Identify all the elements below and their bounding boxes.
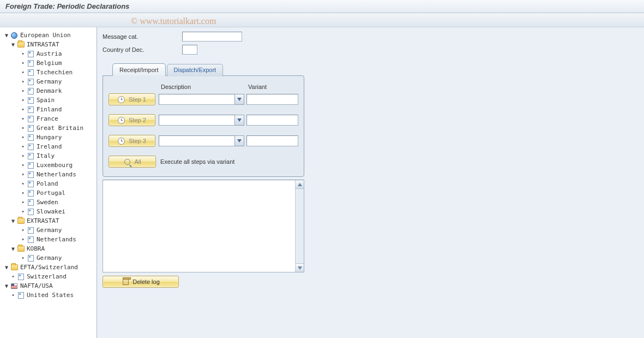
globe-icon [10,32,19,39]
tree-label: Italy [36,152,55,159]
tab-receipt-import[interactable]: Receipt/Import [112,63,166,76]
log-output[interactable] [103,180,304,272]
tree-item[interactable]: •France [1,114,95,123]
tree-label: Finland [36,106,62,113]
document-icon [26,152,35,160]
tree-folder-extrastat[interactable]: ▼ EXTRASTAT [1,216,95,226]
step-2-variant-input[interactable] [246,115,298,126]
tree-item[interactable]: •Denmark [1,86,95,96]
field-row-country: Country of Dec. [103,44,639,56]
col-variant: Variant [248,84,292,90]
scroll-up-icon[interactable] [296,180,304,189]
tree-root-eu[interactable]: ▼ European Union [1,31,95,40]
tree-item[interactable]: •Germany [1,77,95,86]
scrollbar[interactable] [295,180,304,272]
expand-icon[interactable]: ▼ [10,218,16,224]
combo-input[interactable] [159,94,234,105]
step-3-variant-input[interactable] [246,135,298,146]
folder-icon [16,217,25,225]
expand-icon[interactable]: ▼ [10,41,16,48]
tree-item[interactable]: •United States [1,290,95,300]
bullet-icon: • [20,78,26,85]
tree-item[interactable]: •Austria [1,49,95,58]
tree-label: France [36,115,58,122]
step-1-variant-input[interactable] [246,94,298,105]
combo-input[interactable] [159,115,234,126]
folder-icon [16,245,25,253]
tree-label: Austria [36,50,62,57]
all-button[interactable]: All [109,156,156,168]
bullet-icon: • [20,60,26,67]
toolbar [0,13,644,27]
tree-item[interactable]: •Germany [1,226,95,235]
tree-item[interactable]: •Tschechien [1,68,95,77]
combo-input[interactable] [159,135,234,146]
step-2-button[interactable]: Step 2 [109,114,155,126]
tree-folder-nafta[interactable]: ▼ NAFTA/USA [1,281,95,290]
tree-label: EXTRASTAT [26,217,59,224]
document-icon [26,124,35,132]
bottom-actions: Delete log [103,276,639,288]
tree-item[interactable]: •Netherlands [1,170,95,179]
bullet-icon: • [20,124,26,132]
step-row-3: Step 3 [109,135,298,147]
tree-label: Germany [36,254,62,262]
tree-folder-intrastat[interactable]: ▼ INTRASTAT [1,40,95,49]
tab-dispatch-export[interactable]: Dispatch/Export [167,64,224,76]
document-icon [26,254,35,262]
bullet-icon: • [20,97,26,104]
step-3-description-combo[interactable] [159,135,244,146]
step-3-button[interactable]: Step 3 [109,135,155,147]
chevron-down-icon[interactable] [234,94,244,105]
tree-label: Great Britain [36,124,83,132]
country-input[interactable] [182,45,197,55]
expand-icon[interactable]: ▼ [3,32,10,38]
document-icon [26,208,35,216]
tree-label: Belgium [36,60,62,67]
tree-item[interactable]: •Hungary [1,133,95,142]
tree-folder-efta[interactable]: ▼ EFTA/Switzerland [1,263,95,272]
step-1-description-combo[interactable] [159,94,244,105]
bullet-icon: • [20,69,26,76]
tree-item[interactable]: •Germany [1,253,95,263]
navigation-tree[interactable]: ▼ European Union ▼ INTRASTAT •Austria •B… [0,27,97,338]
bullet-icon: • [20,143,26,150]
bullet-icon: • [20,115,26,122]
button-label: Step 3 [129,138,146,144]
step-1-button[interactable]: Step 1 [109,93,155,105]
tree-item[interactable]: •Finland [1,105,95,114]
tree-item[interactable]: •Switzerland [1,272,95,281]
scroll-down-icon[interactable] [296,263,304,272]
tree-folder-kobra[interactable]: ▼ KOBRA [1,244,95,253]
tree-item[interactable]: •Slowakei [1,207,95,216]
search-clock-icon [123,158,131,165]
tree-item[interactable]: •Great Britain [1,123,95,133]
tree-label: Sweden [36,199,58,206]
tree-item[interactable]: •Spain [1,96,95,105]
tree-item[interactable]: •Luxembourg [1,161,95,170]
tree-item[interactable]: •Belgium [1,58,95,68]
tree-item[interactable]: •Portugal [1,188,95,198]
tree-item[interactable]: •Netherlands [1,235,95,244]
document-icon [16,292,25,299]
expand-icon[interactable]: ▼ [3,264,10,270]
folder-icon [16,41,25,49]
tree-item[interactable]: •Sweden [1,198,95,207]
document-icon [26,97,35,104]
step-2-description-combo[interactable] [159,115,244,126]
delete-log-button[interactable]: Delete log [103,276,179,288]
tree-label: Tschechien [36,69,73,76]
main-area: ▼ European Union ▼ INTRASTAT •Austria •B… [0,27,644,338]
expand-icon[interactable]: ▼ [3,283,10,289]
tree-item[interactable]: •Poland [1,179,95,188]
tree-item[interactable]: •Italy [1,151,95,161]
bullet-icon: • [20,162,26,169]
message-cat-input[interactable] [182,32,242,41]
bullet-icon: • [20,208,26,215]
tree-label: Spain [36,97,55,104]
chevron-down-icon[interactable] [234,135,244,146]
expand-icon[interactable]: ▼ [10,246,16,252]
tree-item[interactable]: •Ireland [1,142,95,151]
document-icon [16,273,25,281]
chevron-down-icon[interactable] [234,115,244,126]
